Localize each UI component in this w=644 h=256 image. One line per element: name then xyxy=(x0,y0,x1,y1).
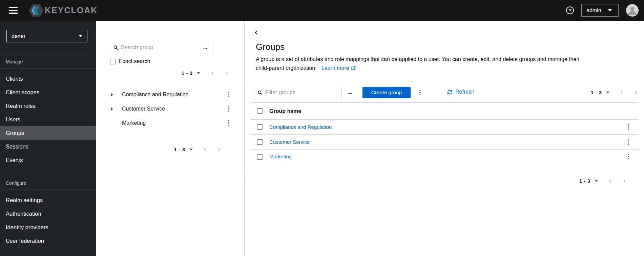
realm-selector-value: demo xyxy=(12,33,25,39)
group-search-input[interactable] xyxy=(121,44,193,51)
group-link[interactable]: Marketing xyxy=(269,154,292,159)
chevron-right-icon xyxy=(622,179,626,183)
select-all-checkbox[interactable] xyxy=(257,108,263,114)
table-row: Customer Service xyxy=(251,134,639,149)
panel-divider xyxy=(96,83,245,83)
group-link[interactable]: Compliance and Regulation xyxy=(269,124,332,130)
help-icon[interactable]: ? xyxy=(566,6,574,14)
description-line1: A group is a set of attributes and role … xyxy=(256,56,579,62)
toolbar-kebab-menu-icon[interactable] xyxy=(417,89,423,96)
refresh-icon xyxy=(447,89,453,95)
learn-more-link[interactable]: Learn more xyxy=(321,65,356,71)
chevron-left-icon xyxy=(620,91,624,95)
caret-down-icon xyxy=(79,35,82,37)
kebab-menu-icon[interactable] xyxy=(626,124,631,131)
brand-text: KEYCLOAK xyxy=(45,5,98,15)
kebab-menu-icon[interactable] xyxy=(626,153,631,160)
sidebar-item-client-scopes[interactable]: Client scopes xyxy=(0,85,96,99)
pagination-menu-toggle[interactable] xyxy=(606,92,609,94)
expand-chevron-icon[interactable] xyxy=(109,93,116,97)
pagination-menu-toggle[interactable] xyxy=(189,149,193,151)
table-pagination-top: 1 - 3 xyxy=(591,88,638,97)
caret-down-icon xyxy=(595,180,598,182)
tree-item-label[interactable]: Marketing xyxy=(122,120,146,126)
search-icon xyxy=(258,90,263,95)
nav-section-manage: Manage xyxy=(0,55,96,68)
search-submit-button[interactable]: → xyxy=(197,42,213,53)
pagination-menu-toggle[interactable] xyxy=(197,72,200,74)
pagination-prev-button[interactable] xyxy=(608,179,612,183)
page-title: Groups xyxy=(256,42,285,52)
sidebar-item-user-federation[interactable]: User federation xyxy=(0,234,96,248)
tree-item-label[interactable]: Customer Service xyxy=(122,106,165,112)
description-line2: child-parent organization. xyxy=(256,65,317,71)
keycloak-logo: KEYCLOAK xyxy=(28,4,98,17)
collapse-panel-chevron-icon[interactable] xyxy=(254,30,259,35)
group-link[interactable]: Customer Service xyxy=(269,139,310,145)
filter-groups-input[interactable] xyxy=(265,90,338,96)
sidebar-item-sessions[interactable]: Sessions xyxy=(0,140,96,153)
sidebar-item-authentication[interactable]: Authentication xyxy=(0,207,96,220)
groups-tree-panel: → Exact search 1 - 3 Compliance and Regu… xyxy=(96,21,245,256)
realm-selector[interactable]: demo xyxy=(6,30,87,42)
pagination-next-button[interactable] xyxy=(634,91,638,95)
pagination-range: 1 - 3 xyxy=(579,178,590,184)
pagination-prev-button[interactable] xyxy=(620,91,624,95)
chevron-left-icon xyxy=(608,179,612,183)
caret-down-icon xyxy=(189,149,193,151)
caret-down-icon xyxy=(197,72,200,74)
kebab-menu-icon[interactable] xyxy=(226,120,231,126)
chevron-left-icon xyxy=(203,147,207,152)
filter-control: → xyxy=(254,87,358,98)
pagination-next-button[interactable] xyxy=(225,71,229,75)
chevron-left-icon xyxy=(210,71,214,75)
nav-toggle-icon[interactable] xyxy=(9,7,18,14)
table-row: Compliance and Regulation xyxy=(251,119,639,134)
tree-item: Compliance and Regulation xyxy=(96,87,245,102)
table-pagination-bottom: 1 - 3 xyxy=(579,176,626,186)
tree-item: Customer Service xyxy=(96,102,245,116)
keycloak-logo-icon xyxy=(28,4,44,17)
create-group-button[interactable]: Create group xyxy=(362,87,411,98)
table-header-row: Group name xyxy=(251,102,639,119)
table-row: Marketing xyxy=(251,149,639,164)
group-search-control: → xyxy=(110,42,213,53)
chevron-right-icon xyxy=(634,91,638,95)
row-checkbox[interactable] xyxy=(257,124,263,130)
sidebar-item-events[interactable]: Events xyxy=(0,153,96,167)
kebab-menu-icon[interactable] xyxy=(226,105,231,112)
pagination-next-button[interactable] xyxy=(622,179,626,183)
sidebar-item-clients[interactable]: Clients xyxy=(0,72,96,85)
search-icon xyxy=(113,45,118,50)
pagination-range: 1 - 3 xyxy=(182,71,193,76)
pagination-range: 1 - 3 xyxy=(174,147,185,152)
sidebar-item-users[interactable]: Users xyxy=(0,113,96,126)
nav-section-configure: Configure xyxy=(0,176,96,190)
pagination-prev-button[interactable] xyxy=(203,147,207,152)
row-checkbox[interactable] xyxy=(257,154,263,160)
exact-search-checkbox[interactable] xyxy=(110,59,116,64)
sidebar-item-groups[interactable]: Groups xyxy=(0,126,96,140)
avatar[interactable] xyxy=(626,4,639,17)
pagination-prev-button[interactable] xyxy=(210,71,214,75)
tree-item-label[interactable]: Compliance and Regulation xyxy=(122,92,189,98)
column-header-group-name: Group name xyxy=(269,108,301,114)
user-menu-label: admin xyxy=(586,7,601,14)
row-checkbox[interactable] xyxy=(257,139,263,145)
filter-submit-button[interactable]: → xyxy=(341,87,358,98)
sidebar-item-realm-roles[interactable]: Realm roles xyxy=(0,99,96,113)
groups-toolbar: → Create group Refresh 1 - 3 xyxy=(245,87,644,98)
refresh-label: Refresh xyxy=(455,89,474,95)
kebab-menu-icon[interactable] xyxy=(626,139,631,145)
exact-search-label: Exact search xyxy=(119,58,150,64)
sidebar-item-realm-settings[interactable]: Realm settings xyxy=(0,193,96,207)
pagination-next-button[interactable] xyxy=(217,147,221,152)
refresh-button[interactable]: Refresh xyxy=(447,89,474,95)
kebab-menu-icon[interactable] xyxy=(226,91,231,98)
caret-down-icon xyxy=(608,9,612,12)
pagination-menu-toggle[interactable] xyxy=(595,180,598,182)
tree-pagination-bottom: 1 - 3 xyxy=(174,145,221,154)
user-menu-dropdown[interactable]: admin xyxy=(581,4,619,17)
expand-chevron-icon[interactable] xyxy=(109,107,116,111)
sidebar-item-identity-providers[interactable]: Identity providers xyxy=(0,220,96,234)
